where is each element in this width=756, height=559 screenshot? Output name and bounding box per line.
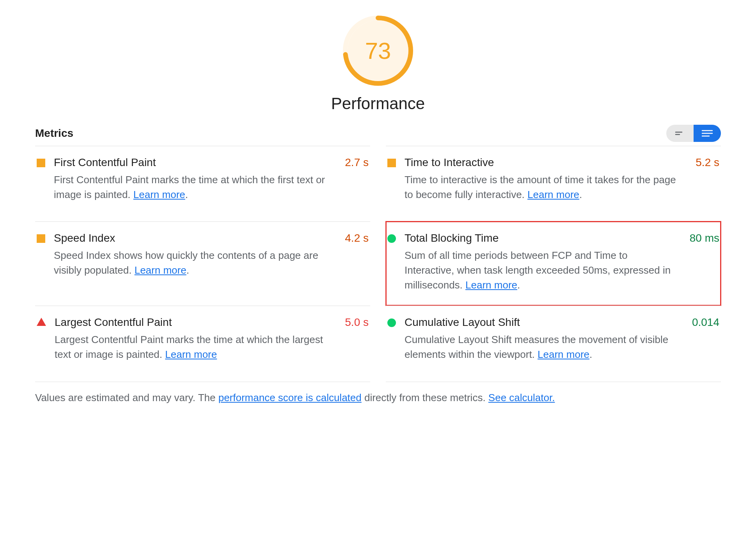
- metric-description: Cumulative Layout Shift measures the mov…: [405, 333, 678, 362]
- metric-title: First Contentful Paint: [54, 156, 331, 169]
- metric-cls: Cumulative Layout Shift Cumulative Layou…: [386, 306, 721, 381]
- learn-more-link[interactable]: Learn more: [538, 348, 589, 360]
- metric-title: Time to Interactive: [405, 156, 681, 169]
- score-gauge: 73: [343, 16, 413, 86]
- status-average-icon: [387, 159, 396, 167]
- learn-more-link[interactable]: Learn more: [165, 348, 217, 360]
- learn-more-link[interactable]: Learn more: [133, 189, 185, 200]
- metric-value: 2.7 s: [339, 156, 369, 202]
- status-pass-icon: [387, 318, 396, 327]
- metric-tbt: Total Blocking Time Sum of all time peri…: [386, 221, 721, 306]
- metric-title: Largest Contentful Paint: [55, 316, 331, 329]
- footer-note: Values are estimated and may vary. The p…: [35, 391, 721, 405]
- metric-title: Total Blocking Time: [405, 232, 676, 244]
- metrics-heading: Metrics: [35, 127, 73, 140]
- view-toggle: [666, 125, 721, 142]
- toggle-collapsed-button[interactable]: [666, 125, 694, 142]
- see-calculator-link[interactable]: See calculator.: [488, 392, 555, 403]
- performance-gauge: 73 Performance: [35, 16, 721, 113]
- metric-lcp: Largest Contentful Paint Largest Content…: [35, 306, 370, 381]
- metric-value: 4.2 s: [339, 232, 369, 286]
- metric-value: 5.2 s: [690, 156, 719, 202]
- learn-more-link[interactable]: Learn more: [135, 264, 186, 276]
- metric-tti: Time to Interactive Time to interactive …: [386, 146, 721, 221]
- category-title: Performance: [331, 94, 425, 113]
- status-average-icon: [37, 159, 45, 167]
- metric-title: Speed Index: [54, 232, 331, 244]
- learn-more-link[interactable]: Learn more: [465, 279, 517, 291]
- performance-score-link[interactable]: performance score is calculated: [218, 392, 362, 403]
- metric-description: First Contentful Paint marks the time at…: [54, 173, 331, 202]
- gauge-score: 73: [343, 16, 413, 86]
- divider: [35, 382, 370, 382]
- status-average-icon: [37, 234, 45, 243]
- metric-title: Cumulative Layout Shift: [405, 316, 678, 329]
- metric-description: Speed Index shows how quickly the conten…: [54, 248, 331, 278]
- list-long-icon: [701, 129, 713, 138]
- metric-description: Sum of all time periods between FCP and …: [405, 248, 676, 292]
- learn-more-link[interactable]: Learn more: [527, 189, 579, 200]
- metric-fcp: First Contentful Paint First Contentful …: [35, 146, 370, 221]
- status-fail-icon: [37, 318, 46, 326]
- metric-speed-index: Speed Index Speed Index shows how quickl…: [35, 221, 370, 306]
- metric-description: Time to interactive is the amount of tim…: [405, 173, 681, 202]
- metric-description: Largest Contentful Paint marks the time …: [55, 333, 331, 362]
- divider: [386, 382, 721, 382]
- toggle-expanded-button[interactable]: [694, 125, 721, 142]
- metric-value: 0.014: [687, 316, 719, 362]
- list-short-icon: [675, 129, 685, 137]
- metric-value: 80 ms: [684, 232, 719, 292]
- metrics-grid: First Contentful Paint First Contentful …: [35, 146, 721, 382]
- metric-value: 5.0 s: [339, 316, 369, 362]
- status-pass-icon: [387, 234, 396, 243]
